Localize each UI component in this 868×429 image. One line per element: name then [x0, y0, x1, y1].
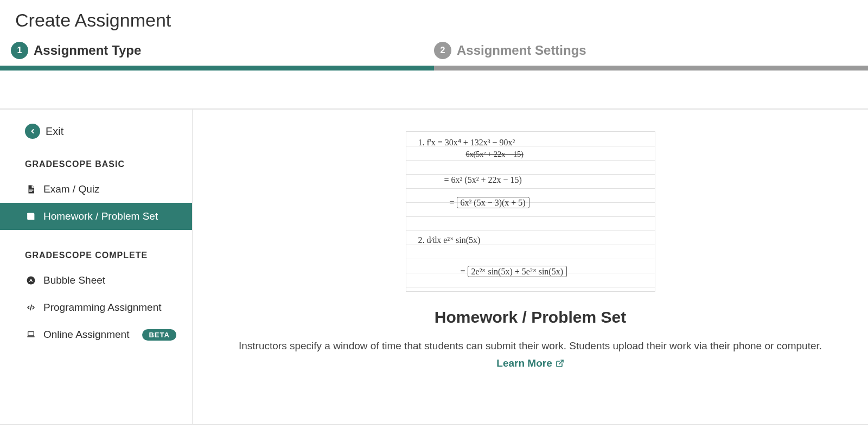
step-assignment-settings[interactable]: 2 Assignment Settings	[434, 42, 857, 66]
sidebar-item-online[interactable]: Online Assignment BETA	[0, 321, 192, 348]
homework-illustration: 1. f'x = 30x⁴ + 132x³ − 90x² 6x(5x² + 22…	[406, 131, 655, 292]
svg-rect-1	[29, 190, 34, 191]
book-icon	[25, 212, 37, 221]
sidebar-item-label: Homework / Problem Set	[43, 210, 158, 222]
main-panel: 1. f'x = 30x⁴ + 132x³ − 90x² 6x(5x² + 22…	[193, 110, 868, 424]
beta-badge: BETA	[142, 329, 176, 341]
laptop-icon	[25, 330, 37, 339]
learn-more-link[interactable]: Learn More	[496, 355, 564, 372]
sidebar-item-exam-quiz[interactable]: Exam / Quiz	[0, 176, 192, 203]
sidebar: Exit GRADESCOPE BASIC Exam / Quiz Homewo…	[0, 110, 193, 424]
code-icon	[25, 303, 37, 312]
selected-type-heading: Homework / Problem Set	[435, 308, 626, 326]
external-link-icon	[556, 359, 564, 368]
sidebar-item-programming[interactable]: Programming Assignment	[0, 294, 192, 321]
chevron-left-icon	[25, 124, 40, 139]
sidebar-item-label: Programming Assignment	[43, 302, 162, 313]
exit-label: Exit	[46, 125, 63, 138]
sidebar-item-homework[interactable]: Homework / Problem Set	[0, 203, 192, 230]
sidebar-item-label: Online Assignment	[43, 329, 129, 341]
step-number-badge: 1	[11, 42, 28, 59]
sidebar-item-label: Exam / Quiz	[43, 183, 99, 195]
sidebar-item-label: Bubble Sheet	[43, 274, 105, 286]
svg-line-7	[559, 360, 563, 364]
svg-line-5	[30, 305, 32, 310]
progress-bar	[0, 66, 868, 71]
exit-button[interactable]: Exit	[0, 119, 192, 150]
step-label: Assignment Type	[34, 43, 141, 58]
sidebar-item-bubble-sheet[interactable]: A Bubble Sheet	[0, 267, 192, 294]
svg-text:A: A	[29, 278, 33, 283]
document-icon	[25, 184, 37, 195]
step-assignment-type[interactable]: 1 Assignment Type	[11, 42, 434, 66]
step-label: Assignment Settings	[457, 43, 586, 58]
svg-rect-6	[28, 332, 34, 336]
section-header-basic: GRADESCOPE BASIC	[0, 150, 192, 176]
bubble-sheet-icon: A	[25, 276, 37, 285]
selected-type-description: Instructors specify a window of time tha…	[238, 337, 824, 373]
section-header-complete: GRADESCOPE COMPLETE	[0, 241, 192, 267]
svg-rect-2	[29, 191, 32, 192]
step-number-badge: 2	[434, 42, 451, 59]
svg-rect-0	[29, 189, 34, 189]
step-indicator: 1 Assignment Type 2 Assignment Settings	[0, 42, 868, 66]
page-title: Create Assignment	[0, 0, 868, 42]
